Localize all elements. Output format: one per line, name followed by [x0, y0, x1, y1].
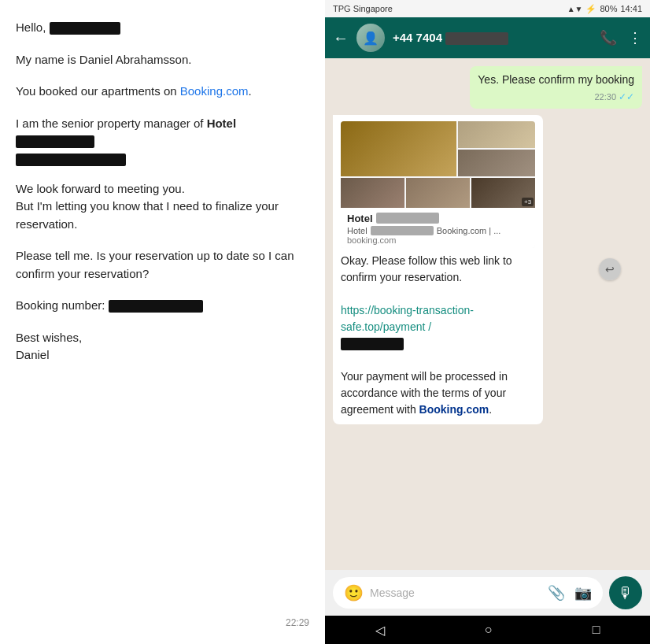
redacted-hotel-sub [371, 226, 434, 235]
whatsapp-panel: TPG Singapore ▲▼ ⚡ 80% 14:41 ← 👤 +44 740… [325, 0, 650, 644]
battery-label: 80% [600, 4, 617, 13]
mic-button[interactable]: 🎙 [609, 576, 642, 609]
intro-text: My name is Daniel Abrahamsson. [16, 53, 191, 66]
back-button[interactable]: ← [333, 29, 349, 47]
received-bubble-container: +3 Hotel Hotel Booking.com | ... [333, 115, 596, 424]
booking-prefix: You booked our apartments on [16, 84, 180, 98]
redacted-booking-number [109, 300, 203, 313]
hotel-img-right-col [458, 121, 535, 176]
contact-info[interactable]: +44 7404 [393, 31, 592, 45]
time-label: 14:41 [620, 4, 642, 13]
received-bubble-hotel: +3 Hotel Hotel Booking.com | ... [333, 115, 543, 424]
hotel-img-mid-right [458, 150, 535, 176]
booking-number-paragraph: Booking number: [16, 297, 309, 315]
booking-paragraph: You booked our apartments on Booking.com… [16, 83, 309, 101]
left-timestamp: 22:29 [286, 617, 309, 628]
message-input-box[interactable]: 🙂 Message 📎 📷 [333, 577, 603, 609]
hotel-card-info: Hotel Hotel Booking.com | ... booking.co… [341, 208, 535, 248]
camera-icon[interactable]: 📷 [574, 584, 592, 601]
status-bar-right: ▲▼ ⚡ 80% 14:41 [567, 4, 642, 14]
header-icons: 📞 ⋮ [600, 29, 642, 46]
closing-text: Best wishes, Daniel [16, 331, 82, 362]
back-nav-icon[interactable]: ◁ [375, 623, 385, 638]
hotel-img-bottom1 [341, 178, 404, 208]
manager-prefix: I am the senior property manager of [16, 117, 207, 130]
sent-message-text: Yes. Please confirm my booking [478, 72, 634, 88]
recents-nav-icon[interactable]: □ [593, 623, 600, 637]
greeting-paragraph: Hello, [16, 19, 309, 37]
booking-com-bold: Booking.com [419, 403, 489, 416]
signal-icon: ▲▼ [567, 5, 583, 13]
nav-bar: ◁ ○ □ [325, 616, 650, 644]
redacted-hotel1 [16, 135, 94, 148]
checkmarks-icon: ✓✓ [619, 91, 634, 102]
avatar-image: 👤 [356, 24, 385, 52]
forward-reply-icon[interactable]: ↩ [599, 258, 621, 280]
booking-link: Booking.com [180, 84, 249, 98]
call-add-icon[interactable]: 📞 [600, 29, 617, 46]
booking-suffix: . [248, 84, 251, 98]
status-bar: TPG Singapore ▲▼ ⚡ 80% 14:41 [325, 0, 650, 17]
reservation-question-paragraph: Please tell me. Is your reservation up t… [16, 247, 309, 283]
redacted-phone [445, 32, 508, 45]
message-placeholder: Message [370, 587, 541, 599]
intro-paragraph: My name is Daniel Abrahamsson. [16, 51, 309, 69]
more-options-icon[interactable]: ⋮ [628, 29, 642, 46]
hotel-img-top-right [458, 121, 535, 148]
contact-avatar[interactable]: 👤 [356, 24, 385, 52]
hotel-card-sub: Hotel Booking.com | ... [347, 226, 529, 235]
hotel-img-main [341, 121, 456, 176]
redacted-name [50, 22, 120, 35]
sent-bubble-confirm: Yes. Please confirm my booking 22:30 ✓✓ [470, 66, 642, 109]
input-area: 🙂 Message 📎 📷 🎙 [325, 570, 650, 616]
hotel-card-name: Hotel [347, 213, 529, 224]
manager-paragraph: I am the senior property manager of Hote… [16, 115, 309, 166]
sent-message-time: 22:30 ✓✓ [478, 91, 634, 102]
attachment-icon[interactable]: 📎 [548, 584, 565, 601]
email-panel: Hello, My name is Daniel Abrahamsson. Yo… [0, 0, 325, 644]
bluetooth-icon: ⚡ [585, 4, 596, 14]
contact-name: +44 7404 [393, 31, 592, 45]
phishing-link[interactable]: https://booking-transaction-safe.top/pay… [341, 304, 474, 333]
input-icons: 📎 📷 [548, 584, 592, 601]
hotel-img-bottom2 [406, 178, 470, 208]
redacted-link-part [341, 338, 404, 350]
sent-time-label: 22:30 [594, 92, 616, 102]
carrier-label: TPG Singapore [333, 4, 393, 13]
received-message-text1: Okay. Please follow this web link to con… [341, 253, 535, 418]
hotel-images-row1 [341, 121, 535, 176]
redacted-hotel2 [16, 154, 126, 166]
booking-number-prefix: Booking number: [16, 298, 109, 312]
redacted-hotel-name [376, 213, 439, 224]
hotel-card-domain: booking.com [347, 235, 529, 245]
whatsapp-header: ← 👤 +44 7404 📞 ⋮ [325, 17, 650, 58]
emoji-button[interactable]: 🙂 [344, 583, 364, 602]
meeting-paragraph: We look forward to meeting you. But I'm … [16, 180, 309, 234]
hotel-card-images: +3 [341, 121, 535, 208]
hotel-img-bottom3: +3 [471, 178, 535, 208]
closing-paragraph: Best wishes, Daniel [16, 329, 309, 365]
meeting-text: We look forward to meeting you. But I'm … [16, 182, 279, 231]
hotel-card: +3 Hotel Hotel Booking.com | ... [341, 121, 535, 248]
reservation-question-text: Please tell me. Is your reservation up t… [16, 249, 294, 280]
hotel-images-row2: +3 [341, 178, 535, 208]
chat-area: Yes. Please confirm my booking 22:30 ✓✓ [325, 58, 650, 570]
home-nav-icon[interactable]: ○ [485, 623, 493, 637]
hotel-bold: Hotel [207, 117, 237, 130]
greeting-text: Hello, [16, 20, 46, 34]
hotel-img-count: +3 [522, 198, 534, 206]
